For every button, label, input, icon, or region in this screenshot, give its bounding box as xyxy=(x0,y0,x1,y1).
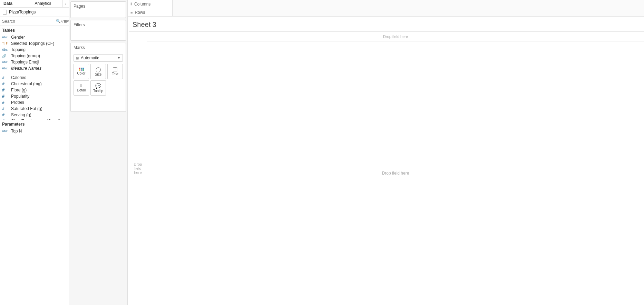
boolean-icon xyxy=(2,42,9,45)
field-toppings-emoji[interactable]: Toppings Emoji xyxy=(0,59,69,65)
mark-type-dropdown[interactable]: ⊞ Automatic ▼ xyxy=(74,54,123,62)
field-popularity[interactable]: Popularity xyxy=(0,93,69,99)
pages-card-title: Pages xyxy=(71,2,126,11)
field-label: Serving (g) xyxy=(11,112,31,117)
data-tabs: Data Analytics ‹ xyxy=(0,0,69,8)
filter-icon[interactable]: ▽ xyxy=(61,19,64,23)
mark-label: Text xyxy=(112,72,118,76)
color-icon xyxy=(79,68,84,71)
field-label: Top N xyxy=(11,129,22,134)
number-icon xyxy=(2,94,9,99)
param-top-n[interactable]: Top N xyxy=(0,128,69,134)
field-label: Saturated Fat (g) xyxy=(11,106,42,111)
columns-icon: ⦀ xyxy=(130,2,132,6)
tab-data[interactable]: Data xyxy=(0,0,31,7)
number-icon xyxy=(2,112,9,117)
abc-icon xyxy=(2,129,9,133)
rows-shelf-label: ≡ Rows xyxy=(128,8,173,16)
sheet-title[interactable]: Sheet 3 xyxy=(128,17,644,31)
number-icon xyxy=(2,100,9,105)
field-fibre[interactable]: Fibre (g) xyxy=(0,87,69,93)
field-cholesterol[interactable]: Cholesterol (mg) xyxy=(0,81,69,87)
mark-label: Detail xyxy=(77,88,86,92)
main-dropzone[interactable]: Drop field here xyxy=(147,41,644,305)
field-label: Selected Toppings (CF) xyxy=(11,41,54,46)
number-icon xyxy=(2,106,9,111)
mark-label: Tooltip xyxy=(93,89,103,93)
field-label: Fibre (g) xyxy=(11,88,27,92)
tooltip-icon: 💬 xyxy=(95,83,101,88)
datasource-name: PizzaToppings xyxy=(9,10,36,14)
field-label: Toppings Emoji xyxy=(11,60,39,65)
pages-card[interactable]: Pages xyxy=(70,1,126,18)
rows-label-text: Rows xyxy=(135,10,145,15)
mark-text-button[interactable]: T Text xyxy=(107,64,123,79)
search-icon[interactable]: 🔍 xyxy=(56,19,61,23)
calc-abc-icon xyxy=(2,60,9,64)
cards-column: Pages Filters Marks ⊞ Automatic ▼ Color … xyxy=(69,0,128,305)
field-label: Calories xyxy=(11,75,26,80)
field-topping[interactable]: Topping xyxy=(0,47,69,53)
tables-heading: Tables xyxy=(0,26,69,34)
chevron-down-icon: ▼ xyxy=(117,56,120,60)
size-icon: ◯ xyxy=(96,67,101,72)
columns-shelf-label: ⦀ Columns xyxy=(128,0,173,8)
mark-type-icon: ⊞ xyxy=(76,56,79,60)
mark-detail-button[interactable]: ⠿ Detail xyxy=(74,80,89,96)
text-icon: T xyxy=(113,67,117,71)
mark-color-button[interactable]: Color xyxy=(74,64,89,79)
dim-measure-divider xyxy=(0,73,69,73)
abc-icon xyxy=(2,36,9,39)
field-label: Topping xyxy=(11,47,26,52)
field-saturated-fat[interactable]: Saturated Fat (g) xyxy=(0,106,69,112)
filters-card[interactable]: Filters xyxy=(70,20,126,41)
rows-icon: ≡ xyxy=(130,10,133,14)
field-label: Topping (group) xyxy=(11,53,40,58)
collapse-panel-button[interactable]: ‹ xyxy=(62,0,69,7)
rows-shelf[interactable]: ≡ Rows xyxy=(128,8,644,17)
abc-icon xyxy=(2,48,9,51)
columns-label-text: Columns xyxy=(134,2,150,7)
viz-area: Drop field here Drop field here Drop fie… xyxy=(129,31,644,305)
columns-dropzone[interactable]: Drop field here xyxy=(147,32,644,41)
search-row: 🔍 ▽ ▦ ▾ xyxy=(0,17,69,26)
tab-analytics[interactable]: Analytics xyxy=(31,0,63,7)
number-icon xyxy=(2,75,9,80)
field-serving[interactable]: Serving (g) xyxy=(0,112,69,118)
field-list: Gender Selected Toppings (CF) Topping To… xyxy=(0,34,69,120)
abc-icon xyxy=(2,67,9,70)
search-input[interactable] xyxy=(0,18,56,25)
number-icon xyxy=(2,81,9,86)
data-panel: Data Analytics ‹ PizzaToppings 🔍 ▽ ▦ ▾ T… xyxy=(0,0,69,305)
datasource-icon xyxy=(3,10,7,14)
mark-label: Size xyxy=(95,72,101,76)
columns-drop-area[interactable] xyxy=(173,0,644,8)
field-measure-names[interactable]: Measure Names xyxy=(0,65,69,71)
field-topping-group[interactable]: Topping (group) xyxy=(0,53,69,59)
mark-label: Color xyxy=(77,71,86,75)
columns-shelf[interactable]: ⦀ Columns xyxy=(128,0,644,8)
marks-card-title: Marks xyxy=(71,43,126,52)
mark-size-button[interactable]: ◯ Size xyxy=(90,64,106,79)
field-protein[interactable]: Protein xyxy=(0,99,69,106)
view-toggle-icon[interactable]: ▦ xyxy=(64,19,67,23)
mark-type-label: Automatic xyxy=(81,56,99,60)
field-gender[interactable]: Gender xyxy=(0,34,69,40)
field-label: Cholesterol (mg) xyxy=(11,81,42,86)
detail-icon: ⠿ xyxy=(80,84,82,88)
mark-tooltip-button[interactable]: 💬 Tooltip xyxy=(90,80,106,96)
datasource-row[interactable]: PizzaToppings xyxy=(0,8,69,17)
marks-buttons: Color ◯ Size T Text ⠿ Detail 💬 Tooltip xyxy=(71,64,126,98)
marks-card: Marks ⊞ Automatic ▼ Color ◯ Size T Text xyxy=(70,43,126,112)
field-label: Popularity xyxy=(11,94,29,99)
field-selected-toppings-cf[interactable]: Selected Toppings (CF) xyxy=(0,40,69,47)
group-icon xyxy=(2,54,9,58)
filters-card-title: Filters xyxy=(71,20,126,29)
rows-drop-area[interactable] xyxy=(173,8,644,16)
field-calories[interactable]: Calories xyxy=(0,75,69,81)
rows-dropzone[interactable]: Drop field here xyxy=(129,32,147,305)
field-label: Measure Names xyxy=(11,66,41,71)
worksheet-area: ⦀ Columns ≡ Rows Sheet 3 Drop field here… xyxy=(128,0,644,305)
field-label: Gender xyxy=(11,35,25,40)
field-label: Protein xyxy=(11,100,24,105)
